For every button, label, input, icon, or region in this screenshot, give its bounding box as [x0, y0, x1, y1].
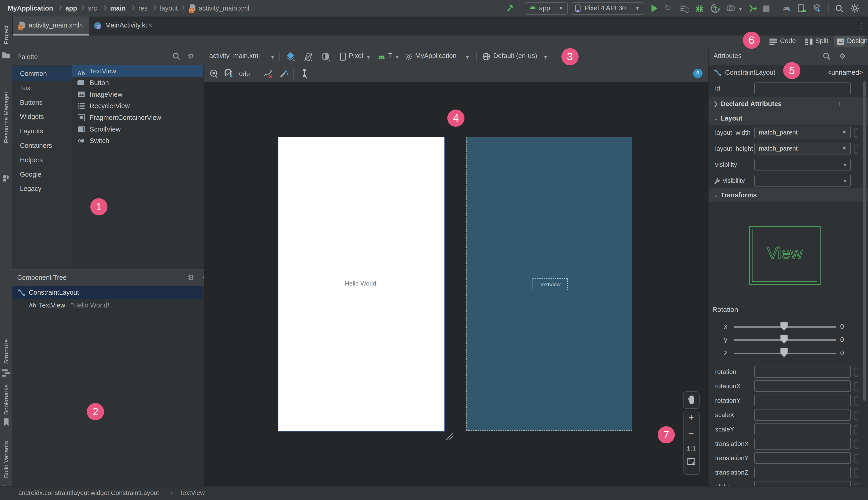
remove-attribute-button[interactable]: — — [854, 96, 861, 110]
close-icon[interactable]: × — [79, 22, 83, 29]
mode-code[interactable]: Code — [780, 37, 796, 45]
tab-options-kebab-icon[interactable]: ⋮ — [857, 22, 865, 30]
breadcrumb-main[interactable]: main — [110, 4, 126, 13]
design-file-dropdown[interactable]: activity_main.xml — [209, 52, 260, 59]
attach-debugger-icon[interactable] — [748, 4, 757, 13]
constraint-toggle[interactable] — [854, 468, 858, 478]
palette-item-scrollview[interactable]: ScrollView — [72, 124, 203, 135]
zoom-100-button[interactable]: 1:1 — [684, 445, 699, 452]
apply-code-changes-icon[interactable] — [711, 4, 720, 13]
breadcrumb-res[interactable]: res — [138, 4, 148, 13]
palette-item-imageview[interactable]: ImageView — [72, 89, 203, 100]
design-surface-icon[interactable] — [286, 52, 296, 62]
design-canvas[interactable]: Hello World! TextView + − 1:1 — [204, 82, 708, 486]
constraint-toggle[interactable] — [854, 454, 858, 463]
palette-category-widgets[interactable]: Widgets — [12, 110, 72, 124]
constraint-toggle[interactable] — [854, 145, 858, 154]
sdk-manager-icon[interactable] — [812, 4, 822, 13]
clear-constraints-icon[interactable] — [263, 69, 273, 79]
palette-category-helpers[interactable]: Helpers — [12, 153, 72, 167]
rail-build-variants[interactable]: Build Variants — [2, 441, 10, 478]
rotationy-input[interactable] — [754, 395, 850, 406]
search-icon[interactable] — [172, 52, 180, 60]
scaley-input[interactable] — [754, 423, 850, 435]
scrollbar-thumb[interactable] — [863, 81, 866, 401]
rail-structure[interactable]: Structure — [2, 339, 10, 364]
status-breadcrumb-class[interactable]: androidx.constraintlayout.widget.Constra… — [18, 489, 159, 497]
palette-item-recyclerview[interactable]: RecyclerView — [72, 100, 203, 112]
constraint-toggle[interactable] — [854, 382, 858, 391]
palette-category-google[interactable]: Google — [12, 167, 72, 182]
add-attribute-button[interactable]: + — [837, 97, 842, 111]
slider-handle[interactable] — [780, 322, 788, 331]
settings-gear-icon[interactable] — [850, 4, 859, 13]
section-transforms[interactable]: ⌄Transforms — [709, 188, 868, 202]
zoom-to-fit-icon[interactable] — [687, 458, 695, 465]
constraint-toggle[interactable] — [854, 440, 858, 449]
pan-button[interactable] — [683, 391, 699, 409]
tree-item-constraintlayout[interactable]: ConstraintLayout — [12, 286, 203, 299]
breadcrumb-file[interactable]: activity_main.xml — [199, 4, 249, 13]
stop-button[interactable] — [763, 5, 769, 12]
hello-world-text[interactable]: Hello World! — [278, 280, 445, 287]
apply-changes-icon[interactable]: ↻ — [664, 3, 671, 13]
night-mode-icon[interactable] — [321, 52, 331, 62]
translationz-input[interactable] — [754, 467, 850, 478]
debug-icon[interactable] — [695, 4, 704, 13]
constraint-toggle[interactable] — [854, 367, 858, 377]
palette-category-legacy[interactable]: Legacy — [12, 181, 72, 196]
chevron-down-icon[interactable]: ▼ — [738, 6, 743, 12]
mode-split[interactable]: Split — [815, 37, 828, 45]
locale-dropdown[interactable]: Default (en-us) — [493, 52, 537, 59]
slider-handle[interactable] — [780, 348, 788, 357]
run-tasks-icon[interactable] — [680, 4, 689, 13]
palette-category-text[interactable]: Text — [12, 81, 72, 95]
default-margins-dropdown[interactable]: 0dp — [238, 70, 251, 78]
zoom-out-button[interactable]: − — [684, 428, 699, 439]
constraint-toggle[interactable] — [854, 425, 858, 434]
section-layout[interactable]: ⌄Layout — [709, 111, 868, 125]
visibility-dropdown[interactable]: ▼ — [754, 159, 850, 170]
avd-manager-icon[interactable] — [798, 4, 807, 13]
status-breadcrumb-view[interactable]: TextView — [180, 489, 205, 497]
breadcrumb-app[interactable]: app — [65, 4, 77, 13]
profiler-icon[interactable] — [727, 4, 735, 13]
close-icon[interactable]: × — [148, 22, 152, 29]
translationy-input[interactable] — [754, 452, 850, 464]
orientation-icon[interactable] — [304, 52, 313, 62]
rotationx-input[interactable] — [754, 380, 850, 392]
breadcrumb-layout[interactable]: layout — [160, 4, 178, 13]
help-icon[interactable]: ? — [693, 69, 703, 78]
infer-constraints-icon[interactable] — [279, 69, 288, 79]
constraint-toggle[interactable] — [854, 128, 858, 137]
palette-item-button[interactable]: Button — [72, 77, 203, 89]
scalex-input[interactable] — [754, 409, 850, 421]
layout-height-dropdown[interactable]: match_parent▼ — [754, 143, 850, 155]
palette-category-containers[interactable]: Containers — [12, 138, 72, 153]
palette-item-textview[interactable]: AbTextView — [72, 65, 203, 77]
palette-category-common[interactable]: Common — [12, 67, 72, 81]
resize-handle-icon[interactable] — [446, 432, 454, 440]
view-options-icon[interactable] — [209, 69, 219, 79]
gear-icon[interactable]: ⚙ — [839, 52, 846, 60]
translationx-input[interactable] — [754, 438, 850, 450]
palette-item-fragmentcontainerview[interactable]: FragmentContainerView — [72, 112, 203, 124]
search-icon[interactable] — [835, 4, 844, 13]
gear-icon[interactable]: ⚙ — [188, 52, 194, 60]
palette-category-layouts[interactable]: Layouts — [12, 124, 72, 138]
device-dropdown[interactable]: Pixel 4 API 30 ▼ — [571, 2, 644, 15]
design-device-preview[interactable]: Hello World! — [278, 137, 445, 432]
gear-icon[interactable]: ⚙ — [188, 273, 194, 282]
rail-bookmarks[interactable]: Bookmarks — [2, 385, 10, 415]
rail-project[interactable]: Project — [2, 25, 10, 44]
run-button[interactable] — [650, 4, 659, 13]
constraint-toggle[interactable] — [854, 396, 858, 406]
run-config-dropdown[interactable]: app ▼ — [525, 2, 568, 15]
blueprint-textview[interactable]: TextView — [533, 279, 568, 290]
tools-visibility-dropdown[interactable]: ▼ — [754, 175, 850, 186]
id-input[interactable] — [754, 82, 850, 94]
tree-item-textview[interactable]: Ab TextView "Hello World!" — [12, 299, 203, 312]
section-declared-attributes[interactable]: ❯Declared Attributes + — — [709, 97, 868, 111]
search-icon[interactable] — [822, 52, 831, 60]
tab-mainactivity-kt[interactable]: MainActivity.kt × — [89, 16, 155, 35]
